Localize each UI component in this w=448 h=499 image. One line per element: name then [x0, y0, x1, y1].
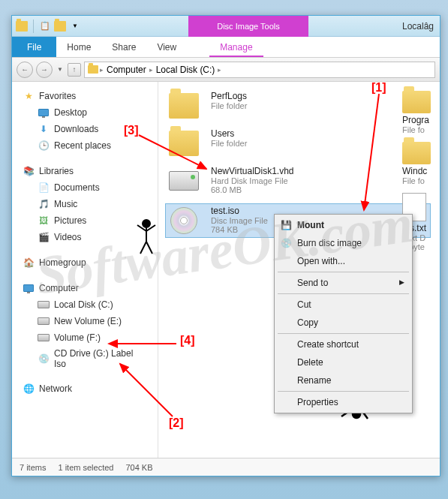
sidebar-libraries[interactable]: 📚Libraries [12, 163, 158, 179]
context-menu: 💾Mount 💿Burn disc image Open with... Sen… [274, 214, 413, 413]
sidebar-item-music[interactable]: 🎵Music [12, 196, 158, 212]
sidebar-item-cd-drive-g[interactable]: 💿CD Drive (G:) Label Iso [12, 346, 158, 371]
vhd-icon [169, 171, 199, 191]
libraries-icon: 📚 [23, 165, 35, 177]
desktop-icon [38, 107, 50, 119]
chevron-right-icon: ▶ [399, 278, 404, 286]
homegroup-icon: 🏠 [23, 257, 35, 269]
computer-icon [23, 282, 35, 294]
sidebar-homegroup[interactable]: 🏠Homegroup [12, 254, 158, 271]
sidebar-item-documents[interactable]: 📄Documents [12, 179, 158, 196]
ribbon-tabs: File Home Share View Manage [12, 37, 440, 58]
tab-share[interactable]: Share [101, 37, 146, 57]
list-item[interactable]: PrograFile fo [402, 91, 440, 134]
chevron-right-icon: ▸ [149, 66, 153, 74]
documents-icon: 📄 [38, 182, 50, 194]
menu-item-send-to[interactable]: Send to▶ [276, 274, 410, 292]
sidebar-item-local-disk-c[interactable]: Local Disk (C:) [12, 296, 158, 313]
svg-line-12 [140, 242, 146, 254]
navigation-pane: ★Favorites Desktop ⬇Downloads 🕒Recent pl… [12, 82, 158, 458]
folder-icon[interactable] [15, 20, 29, 33]
back-button[interactable]: ← [17, 62, 33, 78]
recent-icon: 🕒 [38, 140, 50, 152]
music-icon: 🎵 [38, 198, 50, 210]
selection-count: 1 item selected [58, 463, 113, 472]
list-item[interactable]: UsersFile folder [167, 128, 431, 158]
chevron-right-icon: ▸ [218, 66, 221, 74]
breadcrumb[interactable]: Computer [105, 65, 148, 75]
forward-button[interactable]: → [36, 62, 53, 78]
sidebar-item-volume-f[interactable]: Volume (F:) [12, 329, 158, 346]
folder-icon [402, 91, 431, 113]
item-count: 7 items [20, 463, 46, 472]
list-item[interactable]: NewVirtualDisk1.vhdHard Disk Image File6… [167, 166, 431, 196]
address-bar[interactable]: ▸ Computer ▸ Local Disk (C:) ▸ [84, 62, 435, 78]
tab-view[interactable]: View [146, 37, 187, 57]
menu-item-cut[interactable]: Cut [276, 296, 410, 314]
sidebar-favorites[interactable]: ★Favorites [12, 88, 158, 104]
contextual-tab-label: Disc Image Tools [188, 16, 308, 37]
up-button[interactable]: ↑ [68, 63, 81, 77]
sidebar-item-new-volume-e[interactable]: New Volume (E:) [12, 313, 158, 329]
sidebar-computer[interactable]: Computer [12, 280, 158, 296]
tab-home[interactable]: Home [56, 37, 101, 57]
new-folder-icon[interactable] [53, 20, 67, 33]
svg-line-13 [146, 242, 152, 254]
list-item[interactable]: WindcFile fo [402, 142, 440, 185]
drive-icon [88, 65, 98, 74]
network-icon: 🌐 [23, 383, 35, 395]
downloads-icon: ⬇ [38, 123, 50, 135]
list-item[interactable]: PerfLogsFile folder [167, 91, 431, 121]
sidebar-item-downloads[interactable]: ⬇Downloads [12, 121, 158, 137]
pictures-icon: 🖼 [38, 215, 50, 227]
selection-size: 704 KB [125, 463, 152, 472]
burn-icon: 💿 [281, 238, 291, 248]
menu-item-properties[interactable]: Properties [276, 393, 410, 411]
folder-icon [402, 142, 431, 164]
menu-item-delete[interactable]: Delete [276, 353, 410, 371]
folder-icon [169, 131, 199, 156]
menu-item-rename[interactable]: Rename [276, 371, 410, 389]
sidebar-item-recent[interactable]: 🕒Recent places [12, 137, 158, 154]
qat: 📋 ▼ [15, 20, 82, 33]
menu-item-open-with[interactable]: Open with... [276, 252, 410, 270]
qat-dropdown-icon[interactable]: ▼ [68, 20, 82, 33]
tab-manage[interactable]: Manage [209, 37, 263, 57]
chevron-right-icon: ▸ [100, 66, 104, 74]
navigation-bar: ← → ▼ ↑ ▸ Computer ▸ Local Disk (C:) ▸ [12, 58, 440, 82]
menu-item-copy[interactable]: Copy [276, 314, 410, 332]
drive-icon [38, 332, 50, 344]
menu-item-create-shortcut[interactable]: Create shortcut [276, 335, 410, 353]
videos-icon: 🎬 [38, 231, 50, 243]
drive-icon [38, 299, 50, 311]
menu-item-burn[interactable]: 💿Burn disc image [276, 234, 410, 252]
properties-icon[interactable]: 📋 [38, 20, 52, 33]
tab-file[interactable]: File [12, 37, 56, 57]
window-title: Localâg [402, 21, 434, 32]
sidebar-network[interactable]: 🌐Network [12, 380, 158, 397]
drive-icon: 💾 [281, 220, 291, 230]
status-bar: 7 items 1 item selected 704 KB [12, 458, 440, 476]
history-dropdown-icon[interactable]: ▼ [56, 66, 65, 73]
drive-icon [38, 315, 50, 327]
star-icon: ★ [23, 90, 35, 102]
sidebar-item-desktop[interactable]: Desktop [12, 104, 158, 121]
titlebar: 📋 ▼ Disc Image Tools Localâg [12, 16, 440, 37]
menu-item-mount[interactable]: 💾Mount [276, 216, 410, 234]
folder-icon [169, 93, 199, 119]
svg-point-8 [143, 220, 150, 227]
cd-drive-icon: 💿 [38, 353, 50, 365]
iso-icon [170, 207, 197, 234]
breadcrumb[interactable]: Local Disk (C:) [155, 65, 217, 75]
stick-figure-icon [131, 218, 161, 255]
